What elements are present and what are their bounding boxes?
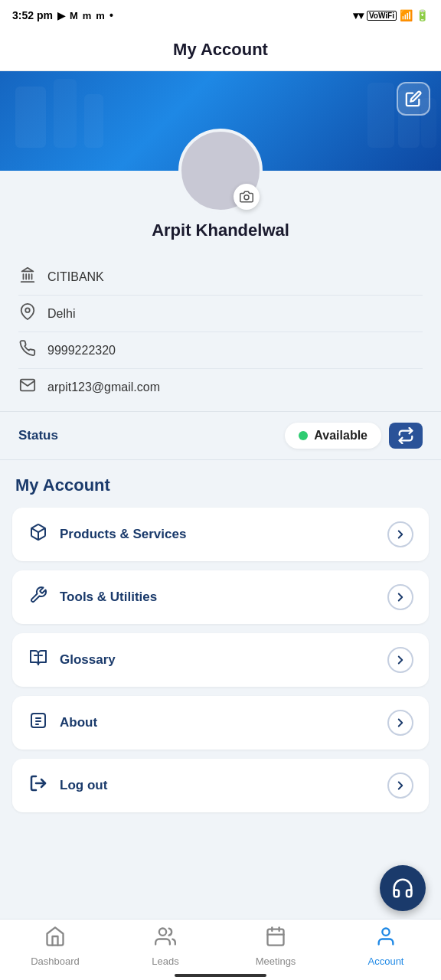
avatar-wrapper — [178, 129, 263, 213]
volte-icon: VoWiFi — [367, 11, 397, 21]
phone-icon — [18, 340, 37, 361]
products-arrow — [387, 521, 413, 547]
menu-item-logout[interactable]: Log out — [12, 759, 429, 812]
nav-item-account[interactable]: Account — [331, 920, 441, 980]
status-row: Status Available — [0, 411, 441, 460]
page-title: My Account — [173, 40, 268, 59]
youtube-icon: ▶ — [57, 10, 65, 21]
status-bar-right: ▾▾ VoWiFi 📶 🔋 — [353, 9, 429, 21]
nav-item-dashboard[interactable]: Dashboard — [0, 920, 110, 980]
nav-item-meetings[interactable]: Meetings — [220, 920, 331, 980]
svg-rect-0 — [15, 87, 46, 148]
user-name: Arpit Khandelwal — [152, 220, 289, 240]
wifi-icon: ▾▾ — [353, 9, 364, 21]
email-info-row: arpit123@gmail.com — [18, 369, 423, 405]
glossary-label: Glossary — [60, 652, 116, 668]
menu-item-about-left: About — [28, 711, 97, 734]
my-account-section: My Account Products & Services — [0, 460, 441, 831]
tools-arrow — [387, 584, 413, 610]
status-value: Available — [314, 429, 368, 443]
support-fab[interactable] — [380, 865, 426, 911]
svg-point-22 — [159, 928, 166, 935]
bottom-nav: Dashboard Leads Meetings — [0, 919, 441, 980]
dashboard-nav-label: Dashboard — [31, 956, 80, 967]
leads-nav-label: Leads — [152, 956, 178, 967]
signal-icon: 📶 — [400, 9, 413, 21]
status-bar-left: 3:52 pm ▶ M m m • — [12, 9, 113, 21]
gmail-icon: M — [70, 10, 78, 21]
svg-point-6 — [244, 195, 249, 200]
home-icon — [44, 926, 66, 952]
bank-value: CITIBANK — [47, 270, 104, 284]
bank-info-row: CITIBANK — [18, 259, 423, 296]
svg-rect-23 — [268, 929, 284, 945]
logout-label: Log out — [60, 778, 107, 793]
page-header: My Account — [0, 31, 441, 71]
messenger1-icon: m — [83, 10, 92, 21]
people-icon — [155, 926, 176, 952]
email-value: arpit123@gmail.com — [47, 381, 160, 394]
glossary-icon — [28, 648, 49, 671]
tools-label: Tools & Utilities — [60, 590, 157, 605]
tools-icon — [28, 586, 49, 609]
about-arrow — [387, 710, 413, 736]
meetings-nav-label: Meetings — [256, 956, 296, 967]
info-section: CITIBANK Delhi 9999222320 arpit123@gmail… — [0, 253, 441, 408]
svg-point-13 — [25, 308, 30, 312]
logout-icon — [28, 774, 49, 797]
logout-arrow — [387, 773, 413, 799]
person-icon — [375, 926, 397, 952]
status-dot — [299, 431, 308, 440]
menu-item-about[interactable]: About — [12, 696, 429, 750]
svg-marker-12 — [22, 268, 34, 272]
time-display: 3:52 pm — [12, 9, 53, 21]
section-title: My Account — [12, 475, 429, 495]
status-bar: 3:52 pm ▶ M m m • ▾▾ VoWiFi 📶 🔋 — [0, 0, 441, 31]
svg-rect-2 — [84, 94, 103, 148]
edit-profile-button[interactable] — [397, 82, 430, 116]
location-info-row: Delhi — [18, 296, 423, 332]
camera-button[interactable] — [234, 184, 260, 210]
svg-point-27 — [382, 928, 389, 935]
glossary-arrow — [387, 647, 413, 673]
menu-item-glossary[interactable]: Glossary — [12, 633, 429, 687]
battery-icon: 🔋 — [416, 9, 429, 21]
products-icon — [28, 523, 49, 546]
menu-item-products-left: Products & Services — [28, 523, 186, 546]
about-icon — [28, 711, 49, 734]
menu-item-products[interactable]: Products & Services — [12, 508, 429, 561]
location-icon — [18, 303, 37, 324]
bank-icon — [18, 266, 37, 287]
phone-value: 9999222320 — [47, 344, 116, 358]
status-right-group: Available — [285, 423, 423, 449]
products-label: Products & Services — [60, 527, 186, 542]
account-nav-label: Account — [368, 956, 404, 967]
nav-item-leads[interactable]: Leads — [110, 920, 220, 980]
status-badge[interactable]: Available — [285, 423, 381, 449]
svg-rect-1 — [54, 79, 77, 148]
phone-info-row: 9999222320 — [18, 332, 423, 369]
location-value: Delhi — [47, 307, 75, 321]
home-indicator — [175, 974, 266, 977]
menu-item-tools-left: Tools & Utilities — [28, 586, 157, 609]
avatar-section: Arpit Khandelwal — [0, 171, 441, 253]
svg-rect-3 — [368, 83, 394, 148]
email-icon — [18, 377, 37, 397]
menu-item-glossary-left: Glossary — [28, 648, 116, 671]
status-toggle[interactable] — [389, 423, 423, 449]
menu-item-logout-left: Log out — [28, 774, 107, 797]
status-label: Status — [18, 428, 58, 443]
messenger2-icon: m — [96, 10, 105, 21]
menu-item-tools[interactable]: Tools & Utilities — [12, 570, 429, 624]
dot-indicator: • — [109, 9, 113, 21]
about-label: About — [60, 715, 97, 730]
calendar-icon — [265, 926, 286, 952]
